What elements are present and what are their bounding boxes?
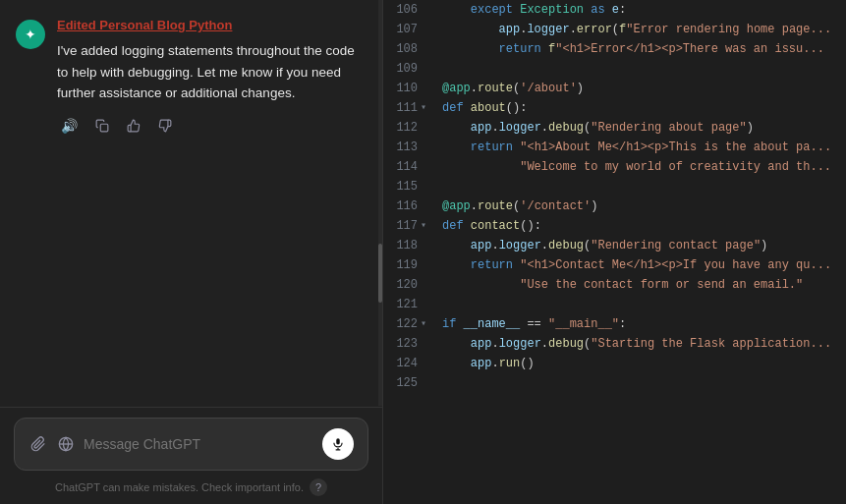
thumbs-down-button[interactable] [154, 117, 176, 135]
thumbs-up-button[interactable] [123, 117, 144, 135]
chatgpt-icon: ✦ [25, 27, 36, 42]
code-line-106: 106 except Exception as e: [383, 0, 846, 20]
code-line-109: 109 [383, 59, 846, 79]
code-line-120: 120 "Use the contact form or send an ema… [383, 275, 846, 295]
voice-button[interactable] [322, 428, 354, 460]
code-line-110: 110 @app.route('/about') [383, 79, 846, 98]
speaker-button[interactable]: 🔊 [57, 116, 82, 136]
code-line-108: 108 return f"<h1>Error</h1><p>There was … [383, 39, 846, 59]
globe-button[interactable] [56, 434, 76, 454]
code-line-115: 115 [383, 177, 846, 196]
avatar: ✦ [16, 20, 45, 49]
code-editor[interactable]: 106 except Exception as e: 107 app.logge… [383, 0, 846, 504]
message-title[interactable]: Edited Personal Blog Python [57, 18, 367, 32]
code-line-119: 119 return "<h1>Contact Me</h1><p>If you… [383, 255, 846, 275]
attach-button[interactable] [28, 434, 48, 454]
disclaimer: ChatGPT can make mistakes. Check importa… [14, 478, 368, 496]
code-line-125: 125 [383, 373, 846, 393]
input-box [14, 418, 368, 471]
code-line-121: 121 [383, 295, 846, 314]
code-line-111: 111▾ def about(): [383, 98, 846, 118]
chat-input[interactable] [84, 436, 314, 452]
message-content: Edited Personal Blog Python I've added l… [57, 18, 367, 136]
copy-button[interactable] [91, 117, 113, 135]
code-line-116: 116 @app.route('/contact') [383, 196, 846, 216]
code-line-117: 117▾ def contact(): [383, 216, 846, 236]
code-line-112: 112 app.logger.debug("Rendering about pa… [383, 118, 846, 138]
code-panel: 106 except Exception as e: 107 app.logge… [383, 0, 846, 504]
code-line-107: 107 app.logger.error(f"Error rendering h… [383, 20, 846, 39]
scroll-thumb[interactable] [378, 244, 382, 303]
code-line-124: 124 app.run() [383, 354, 846, 373]
code-line-118: 118 app.logger.debug("Rendering contact … [383, 236, 846, 255]
disclaimer-text: ChatGPT can make mistakes. Check importa… [55, 481, 304, 493]
chat-panel: ✦ Edited Personal Blog Python I've added… [0, 0, 383, 504]
help-button[interactable]: ? [310, 478, 327, 496]
message-row: ✦ Edited Personal Blog Python I've added… [0, 10, 382, 143]
svg-rect-3 [336, 438, 340, 444]
code-line-113: 113 return "<h1>About Me</h1><p>This is … [383, 138, 846, 157]
message-text: I've added logging statements throughout… [57, 40, 367, 104]
code-line-123: 123 app.logger.debug("Starting the Flask… [383, 334, 846, 354]
chat-input-area: ChatGPT can make mistakes. Check importa… [0, 407, 382, 504]
code-line-114: 114 "Welcome to my world of creativity a… [383, 157, 846, 177]
code-line-122: 122▾ if __name__ == "__main__": [383, 314, 846, 334]
scrollbar[interactable] [378, 0, 382, 406]
svg-rect-0 [100, 124, 108, 132]
message-actions: 🔊 [57, 116, 367, 136]
chat-messages: ✦ Edited Personal Blog Python I've added… [0, 0, 382, 407]
